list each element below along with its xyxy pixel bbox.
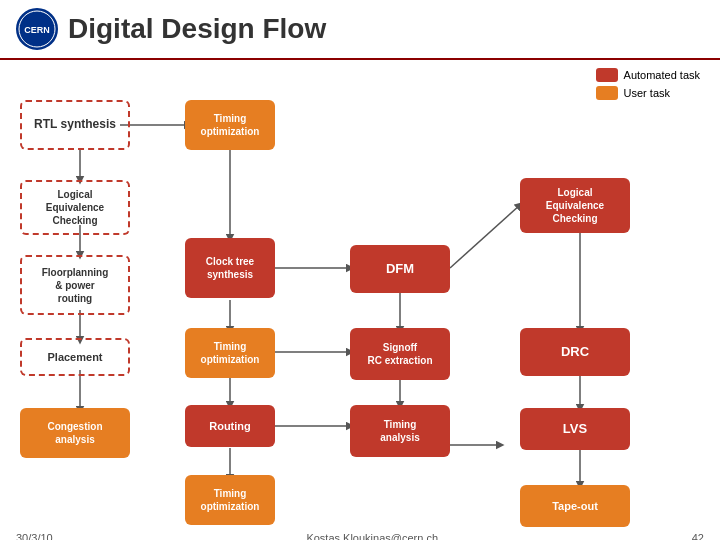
- signoff-rc-box: SignoffRC extraction: [350, 328, 450, 380]
- timing-analysis-label: Timinganalysis: [380, 418, 419, 444]
- signoff-rc-label: SignoffRC extraction: [367, 341, 432, 367]
- timing-opt-2-label: Timingoptimization: [201, 340, 260, 366]
- clock-tree-label: Clock treesynthesis: [206, 255, 254, 281]
- page-title: Digital Design Flow: [68, 13, 326, 45]
- logical-eq-1-label: LogicalEquivalenceChecking: [46, 188, 104, 227]
- footer-email: Kostas.Kloukinas@cern.ch: [306, 532, 438, 540]
- logical-eq-1-box: LogicalEquivalenceChecking: [20, 180, 130, 235]
- svg-text:CERN: CERN: [24, 25, 50, 35]
- placement-label: Placement: [47, 350, 102, 364]
- timing-opt-2-box: Timingoptimization: [185, 328, 275, 378]
- timing-opt-1-label: Timingoptimization: [201, 112, 260, 138]
- clock-tree-box: Clock treesynthesis: [185, 238, 275, 298]
- rtl-synthesis-box: RTL synthesis: [20, 100, 130, 150]
- legend-automated-label: Automated task: [624, 69, 700, 81]
- timing-opt-3-label: Timingoptimization: [201, 487, 260, 513]
- main-content: Automated task User task: [0, 60, 720, 540]
- rtl-synthesis-label: RTL synthesis: [34, 117, 116, 133]
- logical-eq-2-label: LogicalEquivalenceChecking: [546, 186, 604, 225]
- flow-diagram: RTL synthesis LogicalEquivalenceChecking…: [10, 90, 710, 520]
- congestion-label: Congestionanalysis: [48, 420, 103, 446]
- dfm-box: DFM: [350, 245, 450, 293]
- dfm-label: DFM: [386, 261, 414, 278]
- legend-automated: Automated task: [596, 68, 700, 82]
- header: CERN Digital Design Flow: [0, 0, 720, 60]
- svg-line-20: [450, 205, 520, 268]
- floorplanning-label: Floorplanning& powerrouting: [42, 266, 109, 305]
- footer-date: 30/3/10: [16, 532, 53, 540]
- placement-box: Placement: [20, 338, 130, 376]
- footer: 30/3/10 Kostas.Kloukinas@cern.ch 42: [0, 532, 720, 540]
- logical-eq-2-box: LogicalEquivalenceChecking: [520, 178, 630, 233]
- footer-page: 42: [692, 532, 704, 540]
- lvs-label: LVS: [563, 421, 587, 438]
- drc-box: DRC: [520, 328, 630, 376]
- timing-opt-1-box: Timingoptimization: [185, 100, 275, 150]
- routing-label: Routing: [209, 419, 251, 433]
- tape-out-label: Tape-out: [552, 499, 598, 513]
- legend-automated-box: [596, 68, 618, 82]
- timing-analysis-box: Timinganalysis: [350, 405, 450, 457]
- tape-out-box: Tape-out: [520, 485, 630, 527]
- lvs-box: LVS: [520, 408, 630, 450]
- timing-opt-3-box: Timingoptimization: [185, 475, 275, 525]
- drc-label: DRC: [561, 344, 589, 361]
- routing-box: Routing: [185, 405, 275, 447]
- congestion-box: Congestionanalysis: [20, 408, 130, 458]
- cern-logo: CERN: [16, 8, 58, 50]
- floorplanning-box: Floorplanning& powerrouting: [20, 255, 130, 315]
